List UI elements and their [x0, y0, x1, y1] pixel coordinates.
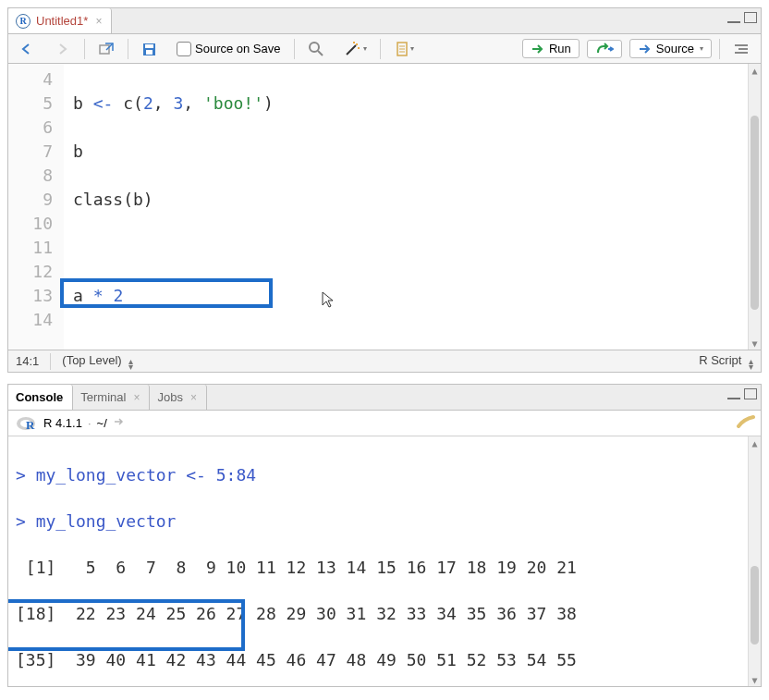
pane-controls	[727, 12, 757, 23]
scroll-thumb[interactable]	[751, 116, 759, 310]
run-button[interactable]: Run	[522, 39, 580, 58]
tab-untitled1[interactable]: R Untitled1* ×	[8, 8, 112, 33]
language-label: R Script	[699, 353, 741, 367]
console-scrollbar[interactable]: ▲ ▼	[748, 436, 761, 686]
notebook-button[interactable]: ▾	[388, 39, 420, 59]
close-icon[interactable]: ×	[133, 391, 140, 404]
goto-dir-icon[interactable]	[113, 416, 126, 430]
separator	[719, 39, 720, 59]
pane-controls	[727, 388, 757, 399]
separator	[294, 39, 295, 59]
language-selector[interactable]: R Script ▴▾	[699, 353, 753, 370]
editor-scrollbar[interactable]: ▲ ▼	[748, 64, 761, 350]
separator	[128, 39, 128, 59]
line-number: 8	[8, 164, 53, 188]
code-area[interactable]: b <- c(2, 3, 'boo!') b class(b) a * 2 my…	[64, 64, 761, 350]
line-number: 5	[8, 92, 53, 116]
tab-label: Jobs	[157, 390, 182, 404]
code-editor[interactable]: 4 5 6 7 8 9 10 11 12 13 14 b <- c(2, 3, …	[8, 64, 761, 350]
dropdown-icon: ▾	[363, 44, 367, 53]
line-number: 10	[8, 212, 53, 236]
minimize-icon[interactable]	[727, 14, 740, 23]
updown-icon: ▴▾	[749, 359, 753, 370]
nav-back-button[interactable]	[14, 40, 42, 58]
popout-button[interactable]	[92, 40, 120, 58]
r-logo-icon: R	[16, 415, 38, 432]
r-version: R 4.1.1	[43, 416, 82, 430]
scope-selector[interactable]: (Top Level) ▴▾	[62, 353, 133, 370]
scroll-up-icon[interactable]: ▲	[749, 64, 761, 77]
line-number: 6	[8, 116, 53, 140]
checkbox-icon	[177, 42, 191, 56]
minimize-icon[interactable]	[727, 390, 740, 399]
svg-rect-2	[145, 44, 153, 48]
gutter: 4 5 6 7 8 9 10 11 12 13 14	[8, 64, 64, 350]
maximize-icon[interactable]	[744, 12, 757, 23]
source-on-save-label: Source on Save	[195, 42, 281, 55]
source-statusbar: 14:1 (Top Level) ▴▾ R Script ▴▾	[8, 350, 761, 372]
code-line[interactable]: b <- c(2, 3, 'boo!')	[73, 92, 761, 116]
working-dir[interactable]: ~/	[97, 416, 107, 430]
tab-jobs[interactable]: Jobs ×	[150, 385, 206, 410]
code-line[interactable]	[73, 332, 761, 350]
separator	[84, 39, 85, 59]
svg-line-6	[347, 45, 356, 55]
svg-point-8	[358, 47, 360, 49]
console-line: [35] 39 40 41 42 43 44 45 46 47 48 49 50…	[16, 648, 753, 671]
close-icon[interactable]: ×	[190, 391, 197, 404]
svg-point-9	[353, 42, 355, 43]
svg-point-7	[356, 43, 358, 45]
tab-console[interactable]: Console	[8, 385, 73, 410]
separator	[380, 39, 381, 59]
svg-line-5	[318, 51, 323, 55]
console-line: > my_long_vector <- 5:84	[16, 463, 753, 486]
scroll-down-icon[interactable]: ▼	[749, 337, 761, 350]
console-line: [1] 5 6 7 8 9 10 11 12 13 14 15 16 17 18…	[16, 556, 753, 579]
svg-rect-3	[146, 50, 153, 55]
scroll-up-icon[interactable]: ▲	[749, 436, 761, 449]
scroll-thumb[interactable]	[751, 566, 759, 645]
code-line[interactable]: class(b)	[73, 188, 761, 212]
run-label: Run	[549, 42, 571, 55]
code-line[interactable]	[73, 236, 761, 260]
tab-label: Terminal	[80, 390, 126, 404]
source-pane: R Untitled1* × Source on Save	[7, 7, 762, 373]
line-number: 12	[8, 260, 53, 284]
source-toolbar: Source on Save ▾ ▾ Run Source ▾	[8, 34, 761, 64]
console-pane: Console Terminal × Jobs × R R 4.1.1 · ~/…	[7, 384, 762, 687]
tab-terminal[interactable]: Terminal ×	[73, 385, 150, 410]
wand-button[interactable]: ▾	[337, 39, 372, 59]
line-number: 9	[8, 188, 53, 212]
console-info-bar: R R 4.1.1 · ~/	[8, 411, 761, 436]
r-file-icon: R	[16, 14, 31, 29]
console-tabstrip: Console Terminal × Jobs ×	[8, 385, 761, 411]
maximize-icon[interactable]	[744, 388, 757, 399]
line-number: 13	[8, 284, 53, 308]
save-button[interactable]	[136, 40, 164, 58]
clear-console-icon[interactable]	[735, 413, 755, 433]
svg-point-4	[310, 43, 319, 52]
close-icon[interactable]: ×	[95, 15, 102, 28]
source-on-save-toggle[interactable]: Source on Save	[171, 40, 287, 58]
scope-label: (Top Level)	[62, 353, 121, 367]
source-label: Source	[656, 42, 694, 55]
tab-title: Untitled1*	[36, 14, 88, 28]
nav-forward-button[interactable]	[49, 40, 77, 58]
rerun-button[interactable]	[587, 40, 622, 58]
console-body[interactable]: > my_long_vector <- 5:84 > my_long_vecto…	[8, 436, 761, 686]
line-number: 14	[8, 308, 53, 332]
source-button[interactable]: Source ▾	[629, 39, 712, 58]
info-sep: ·	[88, 416, 92, 430]
outline-button[interactable]	[727, 41, 755, 57]
find-button[interactable]	[302, 39, 330, 59]
line-number: 11	[8, 236, 53, 260]
code-line[interactable]: b	[73, 140, 761, 164]
scroll-down-icon[interactable]: ▼	[749, 673, 761, 686]
code-line[interactable]: a * 2	[73, 284, 761, 308]
svg-text:R: R	[26, 418, 35, 432]
updown-icon: ▴▾	[128, 359, 133, 370]
separator	[50, 353, 51, 370]
tab-label: Console	[16, 390, 63, 404]
line-number: 4	[8, 68, 53, 92]
cursor-position: 14:1	[16, 354, 39, 368]
